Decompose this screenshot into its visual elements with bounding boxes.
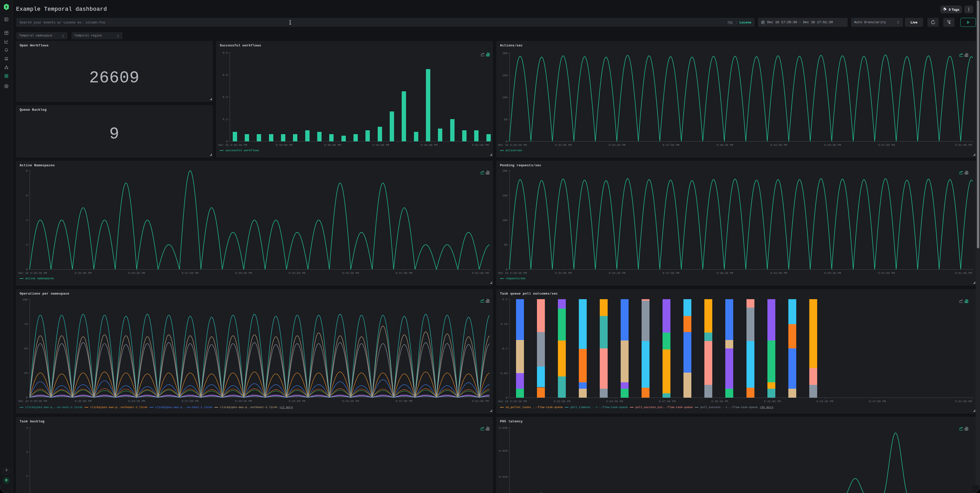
svg-text:5:47:00 PM: 5:47:00 PM (878, 272, 895, 275)
svg-text:0: 0 (26, 268, 27, 271)
svg-text:15K: 15K (502, 194, 508, 197)
svg-text:4: 4 (26, 426, 28, 430)
svg-text:5:51:00 PM: 5:51:00 PM (472, 144, 489, 147)
svg-text:Dec 16 5:29:30 PM: Dec 16 5:29:30 PM (498, 144, 527, 147)
svg-text:5:42:00 PM: 5:42:00 PM (289, 399, 305, 403)
svg-text:Dec 16 5:29:30 PM: Dec 16 5:29:30 PM (18, 272, 47, 275)
svg-text:0.8: 0.8 (223, 51, 228, 54)
svg-text:5:37:00 PM: 5:37:00 PM (662, 144, 679, 147)
svg-text:25: 25 (24, 372, 27, 375)
svg-text:5:47:00 PM: 5:47:00 PM (396, 272, 412, 275)
svg-text:5:51:00 PM: 5:51:00 PM (955, 272, 972, 275)
svg-text:5:51:00 PM: 5:51:00 PM (955, 144, 972, 147)
svg-text:150: 150 (502, 74, 508, 77)
svg-text:5:51:00 PM: 5:51:00 PM (955, 400, 972, 403)
svg-text:0: 0 (26, 396, 27, 399)
svg-text:5:47:00 PM: 5:47:00 PM (396, 399, 412, 403)
svg-text:0: 0 (506, 396, 508, 399)
svg-text:5:42:00 PM: 5:42:00 PM (770, 272, 787, 275)
svg-text:5:34:30 PM: 5:34:30 PM (609, 144, 625, 147)
svg-text:5:32:00 PM: 5:32:00 PM (75, 272, 91, 275)
svg-text:0.05: 0.05 (501, 372, 508, 375)
svg-text:5:34:30 PM: 5:34:30 PM (128, 272, 145, 275)
svg-text:0.029: 0.029 (499, 449, 508, 452)
svg-text:100: 100 (22, 298, 27, 301)
svg-text:5:34:30 PM: 5:34:30 PM (609, 272, 625, 275)
svg-text:75: 75 (24, 323, 27, 326)
svg-text:3: 3 (26, 451, 28, 454)
svg-text:4: 4 (26, 219, 27, 222)
svg-text:5K: 5K (504, 243, 508, 246)
svg-text:10K: 10K (502, 219, 508, 222)
svg-text:5:42:00 PM: 5:42:00 PM (764, 400, 781, 403)
svg-text:5:32:00 PM: 5:32:00 PM (555, 272, 572, 275)
svg-text:5:37:00 PM: 5:37:00 PM (659, 400, 676, 403)
svg-text:5:39:30 PM: 5:39:30 PM (235, 272, 252, 275)
svg-text:0: 0 (506, 140, 508, 143)
svg-text:0: 0 (226, 140, 228, 143)
svg-text:5:39:30 PM: 5:39:30 PM (235, 399, 252, 403)
svg-text:0.15: 0.15 (501, 323, 508, 326)
svg-text:5:37:00 PM: 5:37:00 PM (662, 272, 679, 275)
svg-text:100: 100 (502, 96, 508, 99)
svg-text:5:39:30 PM: 5:39:30 PM (716, 272, 733, 275)
svg-text:5:32:00 PM: 5:32:00 PM (75, 399, 91, 403)
svg-text:5:34:30 PM: 5:34:30 PM (606, 400, 623, 403)
svg-text:5:42:00 PM: 5:42:00 PM (372, 144, 389, 147)
svg-text:5:38:00 PM: 5:38:00 PM (324, 144, 341, 147)
svg-text:0.1: 0.1 (502, 347, 508, 350)
svg-text:20K: 20K (502, 170, 508, 173)
svg-text:5:32:00 PM: 5:32:00 PM (554, 400, 570, 403)
svg-text:0.4: 0.4 (223, 96, 228, 99)
svg-text:5:37:00 PM: 5:37:00 PM (182, 399, 199, 403)
svg-text:5:42:00 PM: 5:42:00 PM (770, 144, 787, 147)
svg-text:5:46:00 PM: 5:46:00 PM (421, 144, 438, 147)
svg-text:5:44:30 PM: 5:44:30 PM (342, 399, 359, 403)
svg-text:0.6: 0.6 (223, 73, 228, 76)
svg-text:5:42:00 PM: 5:42:00 PM (289, 272, 305, 275)
svg-text:5:32:00 PM: 5:32:00 PM (555, 144, 572, 147)
svg-text:0.019: 0.019 (499, 476, 508, 479)
svg-text:Dec 16 5:29:30 PM: Dec 16 5:29:30 PM (498, 272, 527, 275)
svg-text:200: 200 (502, 52, 508, 55)
svg-text:5:51:00 PM: 5:51:00 PM (472, 272, 489, 275)
svg-text:6: 6 (26, 194, 27, 197)
svg-text:5:44:30 PM: 5:44:30 PM (824, 272, 841, 275)
svg-text:50: 50 (504, 118, 508, 121)
svg-text:5:34:00 PM: 5:34:00 PM (275, 144, 293, 147)
svg-text:Dec 16 5:29:30 PM: Dec 16 5:29:30 PM (218, 144, 247, 147)
svg-text:5:34:30 PM: 5:34:30 PM (128, 399, 145, 403)
svg-text:5:47:00 PM: 5:47:00 PM (869, 400, 886, 403)
svg-text:2: 2 (26, 243, 27, 246)
svg-text:50: 50 (24, 347, 27, 350)
svg-text:5:44:30 PM: 5:44:30 PM (824, 144, 841, 147)
svg-text:5:47:00 PM: 5:47:00 PM (878, 144, 895, 147)
svg-text:5:44:30 PM: 5:44:30 PM (816, 400, 833, 403)
svg-text:0.038: 0.038 (499, 426, 508, 430)
svg-text:8: 8 (26, 170, 27, 173)
svg-text:0.2: 0.2 (223, 118, 228, 121)
svg-text:Dec 16 5:29:30 PM: Dec 16 5:29:30 PM (498, 400, 527, 403)
svg-text:0.2: 0.2 (502, 298, 508, 301)
svg-text:5:37:00 PM: 5:37:00 PM (182, 272, 199, 275)
svg-text:5:39:30 PM: 5:39:30 PM (711, 400, 728, 403)
svg-text:5:39:30 PM: 5:39:30 PM (716, 144, 733, 147)
svg-text:2: 2 (26, 475, 28, 478)
svg-text:5:51:00 PM: 5:51:00 PM (472, 399, 489, 403)
svg-text:0: 0 (506, 268, 508, 271)
svg-text:5:44:30 PM: 5:44:30 PM (342, 272, 359, 275)
svg-text:Dec 16 5:29:30 PM: Dec 16 5:29:30 PM (18, 399, 47, 403)
